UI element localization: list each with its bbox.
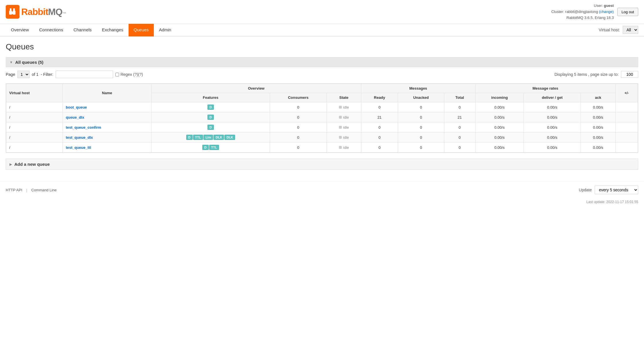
cell-name[interactable]: test_queue_ttl	[63, 142, 152, 153]
cell-name[interactable]: boot_queue	[63, 102, 152, 112]
cluster-line: Cluster: rabbit@dingjiaxiong (change)	[551, 9, 614, 15]
cell-ack: 0.00/s	[581, 112, 616, 122]
virtual-host-select[interactable]: All /	[623, 26, 638, 34]
cell-virtual-host: /	[6, 102, 63, 112]
table-row[interactable]: / test_queue_confirm D 0 idle 0 0 0 0.00…	[6, 122, 638, 132]
cell-consumers: 0	[270, 122, 327, 132]
page-select[interactable]: 1	[18, 71, 30, 78]
cell-features: DTTL	[151, 142, 270, 153]
cell-plus-minus	[615, 112, 638, 122]
regex-checkbox[interactable]	[115, 73, 119, 76]
cell-ack: 0.00/s	[581, 142, 616, 153]
cell-ready: 0	[361, 142, 398, 153]
cell-virtual-host: /	[6, 112, 63, 122]
cell-name[interactable]: queue_dlx	[63, 112, 152, 122]
table-row[interactable]: / test_queue_dlx DTTLLimDLXDLK 0 idle 0 …	[6, 132, 638, 142]
state-cell: idle	[330, 115, 358, 120]
cell-consumers: 0	[270, 142, 327, 153]
footer-links: HTTP API | Command Line	[6, 188, 57, 192]
header: RabbitMQ™ User: guest Cluster: rabbit@di…	[0, 0, 644, 24]
change-cluster-link[interactable]: (change)	[599, 9, 614, 14]
cell-plus-minus	[615, 122, 638, 132]
cell-virtual-host: /	[6, 122, 63, 132]
cell-incoming: 0.00/s	[475, 102, 523, 112]
cell-name[interactable]: test_queue_dlx	[63, 132, 152, 142]
cell-ready: 0	[361, 102, 398, 112]
cell-virtual-host: /	[6, 132, 63, 142]
state-dot	[339, 136, 342, 139]
page-size-input[interactable]	[621, 71, 638, 78]
nav-item-queues[interactable]: Queues	[129, 24, 154, 36]
th-unacked: Unacked	[398, 93, 444, 102]
svg-rect-2	[10, 8, 11, 11]
cell-ack: 0.00/s	[581, 122, 616, 132]
cell-ack: 0.00/s	[581, 102, 616, 112]
cell-features: D	[151, 112, 270, 122]
cell-features: DTTLLimDLXDLK	[151, 132, 270, 142]
filter-input[interactable]	[56, 71, 113, 78]
logout-button[interactable]: Log out	[617, 8, 638, 16]
feature-badge: D	[186, 135, 193, 140]
cluster-name: rabbit@dingjiaxiong	[565, 9, 598, 14]
logo-icon	[6, 5, 20, 19]
cell-unacked: 0	[398, 102, 444, 112]
cell-features: D	[151, 122, 270, 132]
table-row[interactable]: / boot_queue D 0 idle 0 0 0 0.00/s 0.00/…	[6, 102, 638, 112]
nav-item-connections[interactable]: Connections	[34, 24, 68, 36]
all-queues-section-header[interactable]: ▼ All queues (5)	[6, 57, 638, 67]
regex-text: Regex (?)(?)	[121, 72, 143, 77]
section-title: All queues (5)	[15, 60, 43, 65]
version-line: RabbitMQ 3.6.5, Erlang 18.3	[551, 15, 614, 21]
svg-rect-3	[13, 8, 15, 11]
cell-ready: 0	[361, 132, 398, 142]
cell-total: 21	[444, 112, 475, 122]
feature-badge: D	[207, 125, 214, 130]
rabbit-icon	[9, 8, 17, 16]
feature-badge: TTL	[193, 135, 203, 140]
nav-item-exchanges[interactable]: Exchanges	[97, 24, 128, 36]
th-deliver-get: deliver / get	[524, 93, 581, 102]
cell-incoming: 0.00/s	[475, 122, 523, 132]
cell-virtual-host: /	[6, 142, 63, 153]
th-ready: Ready	[361, 93, 398, 102]
regex-label[interactable]: Regex (?)(?)	[115, 72, 143, 77]
feature-badge: DLX	[214, 135, 224, 140]
logo-text: RabbitMQ™	[21, 7, 66, 17]
pagination: Page 1 of 1 - Filter: Regex (?)(?) Displ…	[6, 71, 638, 78]
header-right: User: guest Cluster: rabbit@dingjiaxiong…	[551, 3, 638, 21]
th-plus-minus: +/-	[615, 84, 638, 102]
nav-item-channels[interactable]: Channels	[68, 24, 97, 36]
last-update: Last update: 2022-11-17 15:01:55	[6, 200, 638, 204]
table-row[interactable]: / queue_dlx D 0 idle 21 0 21 0.00/s 0.00…	[6, 112, 638, 122]
user-label: User:	[594, 3, 603, 8]
cell-plus-minus	[615, 132, 638, 142]
table-row[interactable]: / test_queue_ttl DTTL 0 idle 0 0 0 0.00/…	[6, 142, 638, 153]
content: Queues ▼ All queues (5) Page 1 of 1 - Fi…	[0, 36, 644, 181]
nav-item-admin[interactable]: Admin	[154, 24, 176, 36]
page-title: Queues	[6, 42, 638, 51]
cell-unacked: 0	[398, 142, 444, 153]
state-cell: idle	[330, 145, 358, 150]
cell-ready: 0	[361, 122, 398, 132]
cell-total: 0	[444, 132, 475, 142]
feature-badge: Lim	[203, 135, 213, 140]
queues-table: Virtual host Name Overview Messages Mess…	[6, 84, 638, 153]
cell-unacked: 0	[398, 122, 444, 132]
command-line-link[interactable]: Command Line	[31, 188, 57, 192]
nav-item-overview[interactable]: Overview	[6, 24, 34, 36]
th-group-message-rates: Message rates	[475, 84, 615, 93]
update-select[interactable]: every 5 seconds every 10 seconds every 3…	[595, 186, 638, 194]
http-api-link[interactable]: HTTP API	[6, 188, 22, 192]
cell-consumers: 0	[270, 102, 327, 112]
th-consumers: Consumers	[270, 93, 327, 102]
th-state: State	[327, 93, 361, 102]
cell-deliver-get: 0.00/s	[524, 112, 581, 122]
feature-badge: D	[202, 145, 209, 150]
cell-total: 0	[444, 102, 475, 112]
add-queue-section[interactable]: ▶ Add a new queue	[6, 159, 638, 170]
cell-name[interactable]: test_queue_confirm	[63, 122, 152, 132]
state-cell: idle	[330, 105, 358, 109]
update-label: Update	[579, 188, 592, 192]
th-virtual-host: Virtual host	[6, 84, 63, 102]
pagination-right: Displaying 5 items , page size up to:	[554, 71, 638, 78]
